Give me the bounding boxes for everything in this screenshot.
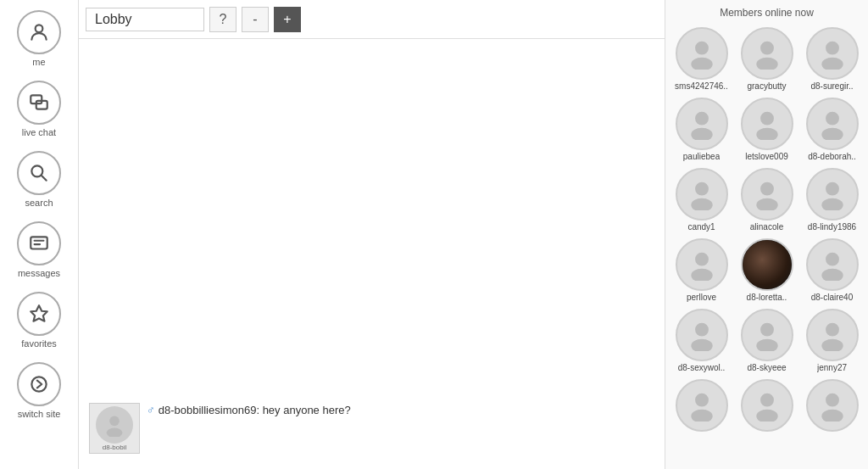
star-icon <box>28 303 50 325</box>
member-item[interactable]: letslove009 <box>736 98 798 161</box>
sidebar-favorites-label: favorites <box>21 338 57 349</box>
member-name: gracybutty <box>747 81 786 91</box>
member-avatar <box>676 238 728 291</box>
member-item[interactable]: jenny27 <box>801 309 863 372</box>
svg-point-41 <box>756 410 777 422</box>
member-avatar-icon <box>686 319 718 351</box>
member-name: pauliebea <box>683 152 720 161</box>
member-name: d8-skyeee <box>747 363 786 372</box>
sidebar-item-switch-site[interactable]: switch site <box>0 357 78 424</box>
switch-site-icon-circle <box>17 362 61 406</box>
svg-point-21 <box>821 128 843 140</box>
member-avatar-icon <box>816 319 849 351</box>
member-item[interactable]: d8-lindy1986 <box>801 168 863 232</box>
svg-point-16 <box>695 112 709 126</box>
chat-message-text: ♂d8-bobbilliesimon69: hey anyone here? <box>147 403 351 418</box>
svg-point-10 <box>695 42 709 55</box>
sidebar-item-messages[interactable]: messages <box>0 216 78 283</box>
member-avatar-icon <box>751 108 783 140</box>
member-item[interactable]: pauliebea <box>670 98 732 161</box>
member-avatar <box>676 98 728 150</box>
member-item[interactable]: d8-deborah.. <box>801 98 863 161</box>
svg-point-24 <box>760 182 774 196</box>
svg-point-38 <box>695 394 709 407</box>
member-avatar <box>806 309 859 361</box>
svg-point-0 <box>36 25 43 32</box>
svg-point-36 <box>826 323 839 337</box>
member-avatar-icon <box>816 108 849 140</box>
main-content: Lobby ? - + d8-bobil ♂d8-bobbilliesimo <box>79 0 665 469</box>
member-item[interactable]: d8-loretta.. <box>736 238 798 302</box>
member-avatar-icon <box>751 389 783 422</box>
member-item[interactable] <box>801 379 863 433</box>
member-item[interactable]: sms4242746.. <box>670 27 732 91</box>
members-grid: sms4242746..gracybuttyd8-suregir..paulie… <box>670 27 863 433</box>
member-name: candy1 <box>687 222 715 232</box>
svg-point-34 <box>760 323 774 337</box>
svg-point-23 <box>691 198 712 210</box>
svg-point-31 <box>821 269 843 281</box>
svg-point-7 <box>31 377 46 391</box>
member-name: letslove009 <box>745 152 788 161</box>
member-name: jenny27 <box>817 363 847 372</box>
sidebar-livechat-label: live chat <box>22 127 56 137</box>
arrow-right-icon <box>28 373 50 395</box>
member-avatar <box>676 27 728 80</box>
member-avatar <box>741 168 793 221</box>
question-button[interactable]: ? <box>209 7 236 32</box>
svg-point-42 <box>826 394 839 407</box>
sidebar-item-live-chat[interactable]: live chat <box>0 75 78 142</box>
member-item[interactable]: d8-claire40 <box>801 238 863 302</box>
member-avatar-icon <box>816 37 849 70</box>
member-avatar-icon <box>686 178 718 210</box>
svg-marker-6 <box>31 305 47 321</box>
member-avatar <box>806 98 859 150</box>
message-icon <box>28 232 50 254</box>
member-name: d8-suregir.. <box>810 81 853 91</box>
svg-rect-5 <box>31 237 47 248</box>
right-panel: Members online now sms4242746..gracybutt… <box>665 0 868 469</box>
member-avatar-icon <box>686 389 718 422</box>
sidebar-item-search[interactable]: search <box>0 146 78 213</box>
minus-button[interactable]: - <box>242 7 269 32</box>
member-name: sms4242746.. <box>675 81 728 91</box>
svg-point-9 <box>107 427 123 437</box>
svg-point-26 <box>826 182 839 196</box>
svg-point-28 <box>695 253 709 266</box>
svg-point-22 <box>695 182 709 196</box>
avatar-person-icon <box>103 413 126 437</box>
svg-point-25 <box>756 198 777 210</box>
member-item[interactable]: d8-sexywol.. <box>670 309 732 372</box>
person-icon <box>28 21 50 43</box>
members-title: Members online now <box>670 7 863 19</box>
member-item[interactable] <box>736 379 798 433</box>
member-avatar-icon <box>686 248 718 281</box>
member-avatar-icon <box>816 389 849 422</box>
sidebar-item-me[interactable]: me <box>0 5 78 72</box>
svg-point-29 <box>691 269 712 281</box>
search-icon <box>28 162 50 184</box>
member-item[interactable] <box>670 379 732 433</box>
member-avatar <box>741 238 793 291</box>
member-item[interactable]: d8-suregir.. <box>801 27 863 91</box>
member-avatar <box>741 98 793 150</box>
svg-point-12 <box>760 42 774 55</box>
svg-point-33 <box>691 339 712 351</box>
member-avatar <box>806 238 859 291</box>
member-item[interactable]: perllove <box>670 238 732 302</box>
member-name: d8-deborah.. <box>808 152 856 161</box>
plus-button[interactable]: + <box>274 7 301 32</box>
member-avatar <box>806 168 859 221</box>
sidebar-item-favorites[interactable]: favorites <box>0 287 78 354</box>
sidebar-messages-label: messages <box>18 268 60 278</box>
member-item[interactable]: candy1 <box>670 168 732 232</box>
member-avatar <box>676 379 728 432</box>
member-item[interactable]: alinacole <box>736 168 798 232</box>
member-item[interactable]: d8-skyeee <box>736 309 798 372</box>
member-item[interactable]: gracybutty <box>736 27 798 91</box>
member-avatar <box>741 379 793 432</box>
member-avatar <box>806 379 859 432</box>
member-avatar-icon <box>816 178 849 210</box>
gender-icon: ♂ <box>147 404 155 416</box>
sidebar-search-label: search <box>25 198 53 208</box>
